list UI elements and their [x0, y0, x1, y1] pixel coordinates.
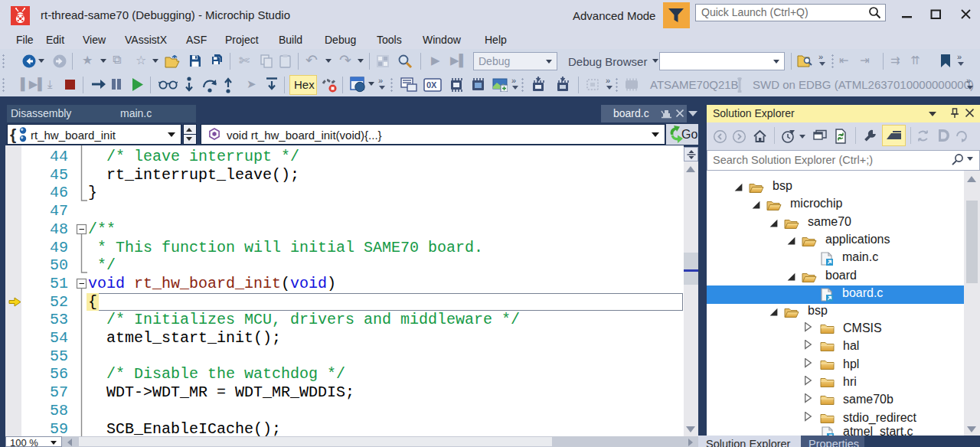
svg-text:0X: 0X	[426, 80, 437, 90]
